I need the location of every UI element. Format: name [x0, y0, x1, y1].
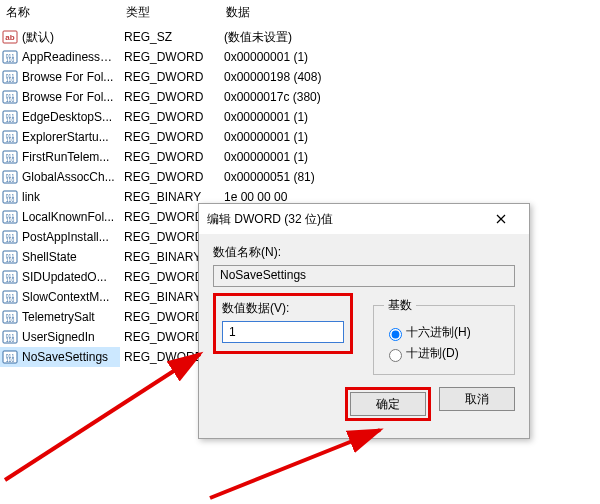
value-name-label: 数值名称(N):	[213, 244, 515, 261]
arrow-to-ok-icon	[210, 430, 380, 498]
value-data: 0x00000001 (1)	[220, 150, 600, 164]
value-data: 0x00000001 (1)	[220, 110, 600, 124]
svg-text:110: 110	[6, 77, 15, 83]
radio-dec[interactable]	[389, 349, 402, 362]
ok-button[interactable]: 确定	[350, 392, 426, 416]
col-header-type[interactable]: 类型	[120, 4, 220, 21]
value-name: LocalKnownFol...	[18, 210, 120, 224]
value-data: 0x00000001 (1)	[220, 130, 600, 144]
value-name: ShellState	[18, 250, 120, 264]
dword-value-icon: 011110	[2, 69, 18, 85]
value-type: REG_DWORD	[120, 50, 220, 64]
value-data-label: 数值数据(V):	[222, 300, 344, 317]
radio-dec-row[interactable]: 十进制(D)	[384, 345, 504, 362]
value-data: 0x00000001 (1)	[220, 50, 600, 64]
value-name: PostAppInstall...	[18, 230, 120, 244]
value-name: (默认)	[18, 29, 120, 46]
radio-hex[interactable]	[389, 328, 402, 341]
svg-text:ab: ab	[5, 33, 14, 42]
table-row[interactable]: 011110Browse For Fol...REG_DWORD0x000001…	[0, 67, 600, 87]
value-data: 0x0000017c (380)	[220, 90, 600, 104]
arrow-to-value-icon	[5, 354, 200, 480]
value-name: link	[18, 190, 120, 204]
value-data: 1e 00 00 00	[220, 190, 600, 204]
value-name: EdgeDesktopS...	[18, 110, 120, 124]
value-name: Browse For Fol...	[18, 70, 120, 84]
cancel-button[interactable]: 取消	[439, 387, 515, 411]
close-button[interactable]	[481, 205, 521, 233]
value-name: SlowContextM...	[18, 290, 120, 304]
table-row[interactable]: 011110GlobalAssocCh...REG_DWORD0x0000005…	[0, 167, 600, 187]
close-icon	[496, 214, 506, 224]
dword-value-icon: 011110	[2, 109, 18, 125]
col-header-data[interactable]: 数据	[220, 4, 600, 21]
svg-text:110: 110	[6, 277, 15, 283]
dword-value-icon: 011110	[2, 269, 18, 285]
dword-value-icon: 011110	[2, 49, 18, 65]
ok-highlight: 确定	[345, 387, 431, 421]
dword-value-icon: 011110	[2, 169, 18, 185]
svg-text:110: 110	[6, 197, 15, 203]
value-data: 0x00000051 (81)	[220, 170, 600, 184]
string-value-icon: ab	[2, 29, 18, 45]
value-type: REG_DWORD	[120, 150, 220, 164]
value-name: SIDUpdatedO...	[18, 270, 120, 284]
svg-text:110: 110	[6, 357, 15, 363]
value-name: NoSaveSettings	[18, 350, 120, 364]
radio-hex-label: 十六进制(H)	[406, 324, 471, 341]
svg-text:110: 110	[6, 57, 15, 63]
column-headers: 名称 类型 数据	[0, 0, 600, 27]
edit-dword-dialog: 编辑 DWORD (32 位)值 数值名称(N): NoSaveSettings…	[198, 203, 530, 439]
value-type: REG_DWORD	[120, 130, 220, 144]
dword-value-icon: 011110	[2, 209, 18, 225]
value-data-input[interactable]	[222, 321, 344, 343]
value-type: REG_DWORD	[120, 90, 220, 104]
value-name: ExplorerStartu...	[18, 130, 120, 144]
dword-value-icon: 011110	[2, 149, 18, 165]
table-row[interactable]: 011110EdgeDesktopS...REG_DWORD0x00000001…	[0, 107, 600, 127]
value-type: REG_BINARY	[120, 190, 220, 204]
dword-value-icon: 011110	[2, 329, 18, 345]
svg-text:110: 110	[6, 177, 15, 183]
dword-value-icon: 011110	[2, 249, 18, 265]
value-data: 0x00000198 (408)	[220, 70, 600, 84]
value-type: REG_SZ	[120, 30, 220, 44]
dword-value-icon: 011110	[2, 129, 18, 145]
dword-value-icon: 011110	[2, 309, 18, 325]
value-type: REG_DWORD	[120, 170, 220, 184]
svg-text:110: 110	[6, 237, 15, 243]
value-name: UserSignedIn	[18, 330, 120, 344]
table-row[interactable]: 011110AppReadinessL...REG_DWORD0x0000000…	[0, 47, 600, 67]
value-name: GlobalAssocCh...	[18, 170, 120, 184]
dword-value-icon: 011110	[2, 349, 18, 365]
dword-value-icon: 011110	[2, 289, 18, 305]
dword-value-icon: 011110	[2, 229, 18, 245]
dialog-titlebar[interactable]: 编辑 DWORD (32 位)值	[199, 204, 529, 234]
value-name: FirstRunTelem...	[18, 150, 120, 164]
svg-text:110: 110	[6, 317, 15, 323]
base-legend: 基数	[384, 297, 416, 314]
base-fieldset: 基数 十六进制(H) 十进制(D)	[373, 297, 515, 375]
col-header-name[interactable]: 名称	[0, 4, 120, 21]
value-data-highlight: 数值数据(V):	[213, 293, 353, 354]
svg-text:110: 110	[6, 337, 15, 343]
value-name: AppReadinessL...	[18, 50, 120, 64]
table-row[interactable]: 011110ExplorerStartu...REG_DWORD0x000000…	[0, 127, 600, 147]
table-row[interactable]: 011110Browse For Fol...REG_DWORD0x000001…	[0, 87, 600, 107]
value-name: Browse For Fol...	[18, 90, 120, 104]
svg-text:110: 110	[6, 257, 15, 263]
radio-dec-label: 十进制(D)	[406, 345, 459, 362]
value-name-field: NoSaveSettings	[213, 265, 515, 287]
svg-text:110: 110	[6, 217, 15, 223]
dword-value-icon: 011110	[2, 189, 18, 205]
dialog-title: 编辑 DWORD (32 位)值	[207, 211, 481, 228]
radio-hex-row[interactable]: 十六进制(H)	[384, 324, 504, 341]
svg-text:110: 110	[6, 157, 15, 163]
table-row[interactable]: 011110FirstRunTelem...REG_DWORD0x0000000…	[0, 147, 600, 167]
value-type: REG_DWORD	[120, 110, 220, 124]
value-data: (数值未设置)	[220, 29, 600, 46]
svg-text:110: 110	[6, 297, 15, 303]
value-type: REG_DWORD	[120, 70, 220, 84]
table-row[interactable]: ab(默认)REG_SZ(数值未设置)	[0, 27, 600, 47]
value-name: TelemetrySalt	[18, 310, 120, 324]
